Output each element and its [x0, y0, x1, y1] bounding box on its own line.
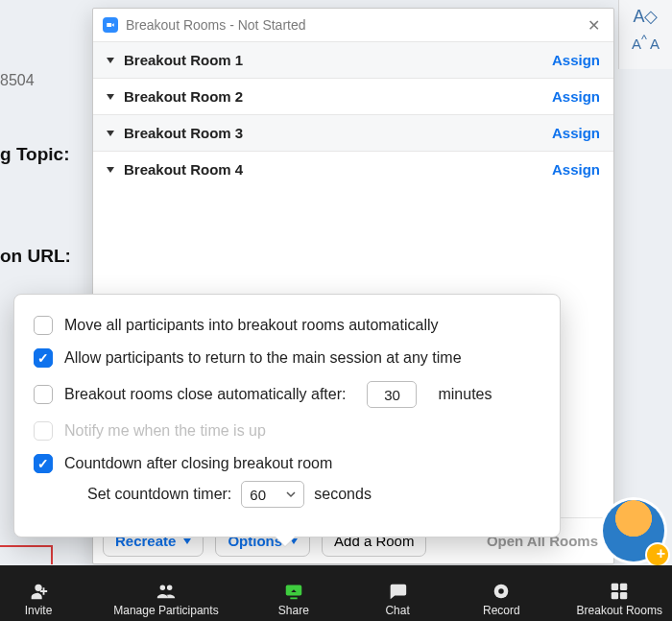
ribbon-font-panel: A◇ A^ A [618, 0, 672, 69]
room-row[interactable]: Breakout Room 3 Assign [93, 114, 613, 151]
chat-label: Chat [385, 604, 409, 617]
bg-topic-label: g Topic: [0, 144, 69, 165]
option-countdown: Countdown after closing breakout room [64, 455, 332, 472]
svg-point-3 [499, 588, 505, 594]
checkbox-move-auto[interactable] [34, 316, 53, 335]
timer-suffix: seconds [314, 486, 372, 503]
timer-value: 60 [250, 487, 266, 503]
assign-link[interactable]: Assign [552, 52, 600, 68]
manage-participants-button[interactable]: Manage Participants [113, 581, 218, 617]
dialog-title: Breakout Rooms - Not Started [126, 17, 306, 33]
close-after-minutes-input[interactable]: 30 [367, 381, 417, 408]
close-button[interactable]: ✕ [584, 12, 604, 38]
chevron-down-icon [183, 538, 191, 544]
room-row[interactable]: Breakout Room 1 Assign [93, 41, 613, 78]
room-row[interactable]: Breakout Room 4 Assign [93, 151, 613, 187]
chat-button[interactable]: Chat [369, 581, 426, 617]
assign-link[interactable]: Assign [552, 125, 600, 141]
chat-icon [387, 581, 408, 602]
zoom-icon [103, 17, 118, 33]
font-size-controls[interactable]: A^ A [619, 33, 672, 52]
bg-meeting-id: 8504 [0, 72, 35, 89]
share-icon [283, 581, 304, 602]
share-label: Share [278, 604, 309, 617]
chevron-down-icon [107, 167, 114, 173]
styles-icon[interactable]: A◇ [619, 6, 672, 27]
svg-rect-7 [620, 592, 627, 599]
option-close-after-suffix: minutes [438, 386, 492, 403]
countdown-timer-select[interactable]: 60 [241, 481, 304, 508]
share-button[interactable]: Share [265, 581, 323, 617]
svg-rect-6 [612, 592, 618, 599]
room-name: Breakout Room 4 [124, 161, 243, 178]
option-notify: Notify me when the time is up [64, 422, 266, 440]
svg-rect-4 [612, 584, 618, 590]
room-name: Breakout Room 3 [124, 125, 243, 141]
participants-icon [156, 581, 177, 602]
invite-button[interactable]: Invite [10, 581, 67, 617]
options-popover: Move all participants into breakout room… [13, 294, 561, 537]
chevron-down-icon [107, 58, 114, 63]
checkbox-allow-return[interactable]: ✓ [34, 348, 53, 368]
checkbox-countdown[interactable]: ✓ [34, 454, 53, 473]
record-label: Record [483, 604, 520, 617]
bg-url-label: on URL: [0, 246, 71, 267]
option-move-auto: Move all participants into breakout room… [64, 317, 439, 334]
record-button[interactable]: Record [472, 581, 530, 617]
dialog-titlebar: Breakout Rooms - Not Started ✕ [93, 9, 613, 41]
breakout-label: Breakout Rooms [577, 604, 662, 617]
manage-label: Manage Participants [113, 604, 218, 617]
timer-label: Set countdown timer: [87, 486, 231, 503]
breakout-icon [609, 581, 630, 602]
bg-red-box [0, 545, 53, 564]
chevron-down-icon [107, 94, 114, 100]
meeting-toolbar: Invite Manage Participants Share Chat Re… [0, 565, 672, 621]
option-close-after-prefix: Breakout rooms close automatically after… [64, 386, 346, 403]
assign-link[interactable]: Assign [552, 161, 600, 178]
room-row[interactable]: Breakout Room 2 Assign [93, 78, 613, 114]
breakout-rooms-button[interactable]: Breakout Rooms [577, 581, 662, 617]
svg-rect-1 [290, 597, 297, 599]
chevron-down-icon [107, 131, 114, 136]
chevron-down-icon [286, 490, 296, 499]
room-name: Breakout Room 1 [124, 52, 243, 68]
option-allow-return: Allow participants to return to the main… [64, 349, 462, 367]
checkbox-notify [34, 421, 53, 441]
assign-link[interactable]: Assign [552, 88, 600, 105]
invite-icon [28, 581, 49, 602]
checkbox-close-after[interactable] [34, 385, 53, 404]
svg-rect-5 [620, 584, 627, 590]
room-name: Breakout Room 2 [124, 88, 243, 105]
record-icon [491, 581, 512, 602]
participant-avatar[interactable]: + [603, 500, 664, 561]
invite-label: Invite [25, 604, 53, 617]
